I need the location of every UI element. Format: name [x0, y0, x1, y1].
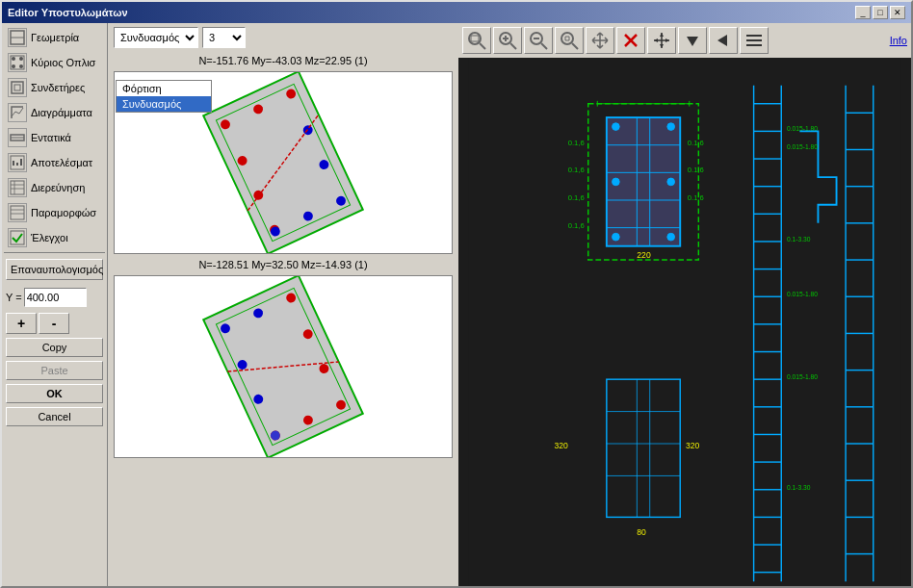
down-arrow-button[interactable]	[678, 27, 707, 54]
svg-line-54	[480, 43, 485, 49]
plus-minus-row: + -	[6, 313, 103, 334]
svg-text:0.1-3.30: 0.1-3.30	[787, 484, 811, 491]
svg-line-57	[510, 43, 516, 49]
svg-rect-7	[12, 82, 23, 93]
connectors-label: Συνδετήρες	[31, 82, 85, 93]
delete-button[interactable]	[616, 27, 645, 54]
move-button[interactable]	[647, 27, 676, 54]
zoom-window-button[interactable]	[462, 27, 491, 54]
dropdown-item-loading[interactable]: Φόρτιση	[117, 81, 211, 96]
combo-num-select[interactable]: 1 2 3 4 5	[202, 27, 246, 48]
svg-line-61	[541, 43, 547, 49]
svg-point-4	[19, 57, 23, 61]
sidebar-item-checks[interactable]: Έλεγχοι	[4, 225, 105, 250]
svg-rect-79	[746, 35, 762, 37]
geometry-label: Γεωμετρία	[31, 32, 79, 43]
sub-panels: N=-151.76 My=-43.03 Mz=22.95 (1)	[108, 52, 458, 586]
svg-point-6	[19, 64, 23, 68]
copy-button[interactable]: Copy	[6, 338, 103, 357]
sidebar-item-results[interactable]: Αποτελέσματ	[4, 150, 105, 175]
sidebar-item-diagrams[interactable]: Διαγράμματα	[4, 100, 105, 125]
svg-rect-81	[746, 44, 762, 46]
plus-button[interactable]: +	[6, 313, 37, 334]
diagrams-label: Διαγράμματα	[31, 107, 92, 118]
sidebar-item-forces[interactable]: Εντατικά	[4, 125, 105, 150]
svg-text:0.1,6: 0.1,6	[568, 193, 585, 202]
checks-icon	[8, 228, 27, 247]
main-reinforcement-icon	[8, 53, 27, 72]
main-reinforcement-label: Κύριος Οπλισ	[31, 57, 95, 68]
deformations-label: Παραμορφώσ	[31, 207, 96, 218]
svg-text:0.015-1.80: 0.015-1.80	[787, 143, 818, 150]
svg-text:320: 320	[686, 441, 700, 450]
svg-point-103	[613, 233, 620, 241]
forces-label: Εντατικά	[31, 132, 71, 143]
svg-rect-82	[469, 58, 901, 586]
research-icon	[8, 178, 27, 197]
svg-text:0.1-3.30: 0.1-3.30	[787, 236, 811, 243]
svg-marker-78	[717, 35, 727, 46]
svg-rect-8	[14, 85, 20, 90]
sidebar-divider	[4, 252, 105, 253]
y-value-row: Y =	[6, 288, 103, 307]
cross-section-svg-2	[115, 276, 452, 457]
svg-text:0.1,6: 0.1,6	[688, 166, 704, 174]
results-icon	[8, 153, 27, 172]
svg-text:0.015-1.80: 0.015-1.80	[787, 373, 818, 380]
svg-text:0.1,6: 0.1,6	[688, 139, 704, 147]
svg-text:0.1,6: 0.1,6	[568, 221, 585, 230]
svg-marker-74	[660, 44, 664, 48]
pan-button[interactable]	[586, 27, 614, 54]
svg-text:220: 220	[637, 250, 651, 260]
svg-rect-15	[11, 181, 24, 194]
combo-type-select[interactable]: Φόρτιση Συνδυασμός	[114, 27, 198, 48]
svg-point-5	[12, 64, 15, 68]
minus-button[interactable]: -	[39, 313, 69, 334]
svg-text:0.1,6: 0.1,6	[688, 193, 704, 202]
zoom-extents-button[interactable]	[555, 27, 584, 54]
maximize-button[interactable]: □	[873, 6, 888, 19]
main-window: Editor Υποστυλωμάτων _ □ ✕ Γεωμετρία Κύρ…	[0, 0, 913, 588]
combo-row: Φόρτιση Συνδυασμός 1 2 3 4 5	[108, 23, 458, 52]
close-button[interactable]: ✕	[890, 6, 905, 19]
svg-point-102	[667, 123, 675, 131]
svg-point-3	[12, 57, 15, 61]
sidebar-item-geometry[interactable]: Γεωμετρία	[4, 25, 105, 50]
content-area: Γεωμετρία Κύριος Οπλισ Συνδετήρες Διαγρά…	[2, 23, 911, 586]
right-panel: Info	[458, 23, 911, 586]
paste-button[interactable]: Paste	[6, 361, 103, 380]
sidebar-item-deformations[interactable]: Παραμορφώσ	[4, 200, 105, 225]
dropdown-item-combination[interactable]: Συνδυασμός	[117, 96, 211, 112]
svg-text:0.1,6: 0.1,6	[568, 166, 585, 174]
left-sidebar: Γεωμετρία Κύριος Οπλισ Συνδετήρες Διαγρά…	[2, 23, 108, 586]
svg-rect-80	[746, 39, 762, 41]
sidebar-item-research[interactable]: Διερεύνηση	[4, 175, 105, 200]
combo-dropdown: Φόρτιση Συνδυασμός	[116, 80, 212, 113]
recalc-button[interactable]: Επαναυπολογισμός	[6, 259, 103, 280]
svg-line-64	[572, 43, 578, 49]
cancel-button[interactable]: Cancel	[6, 407, 103, 426]
info-label[interactable]: Info	[890, 35, 907, 46]
minimize-button[interactable]: _	[855, 6, 871, 19]
checks-label: Έλεγχοι	[31, 232, 68, 243]
svg-point-63	[561, 33, 573, 44]
svg-marker-76	[665, 38, 669, 42]
svg-point-104	[667, 233, 675, 241]
svg-text:80: 80	[637, 527, 646, 537]
svg-point-101	[613, 123, 620, 131]
sidebar-item-main-reinforcement[interactable]: Κύριος Οπλισ	[4, 50, 105, 75]
zoom-in-button[interactable]	[493, 27, 522, 54]
sidebar-item-connectors[interactable]: Συνδετήρες	[4, 75, 105, 100]
center-panel: Φόρτιση Συνδυασμός 1 2 3 4 5 Φόρτιση Συν…	[108, 23, 458, 586]
connectors-icon	[8, 78, 27, 97]
svg-text:320: 320	[554, 441, 568, 450]
section1-label: N=-151.76 My=-43.03 Mz=22.95 (1)	[114, 54, 453, 67]
settings-button[interactable]	[740, 27, 769, 54]
cad-svg: 0.1,6 0.1,6 0.1,6 0.1,6 0.1,6 0.1,6 0.1,…	[458, 58, 911, 586]
zoom-out-button[interactable]	[524, 27, 553, 54]
y-input[interactable]	[24, 288, 87, 307]
ok-button[interactable]: OK	[6, 384, 103, 403]
left-arrow-button[interactable]	[709, 27, 738, 54]
cad-toolbar: Info	[458, 23, 911, 58]
svg-text:0.015-1.80: 0.015-1.80	[787, 291, 818, 297]
